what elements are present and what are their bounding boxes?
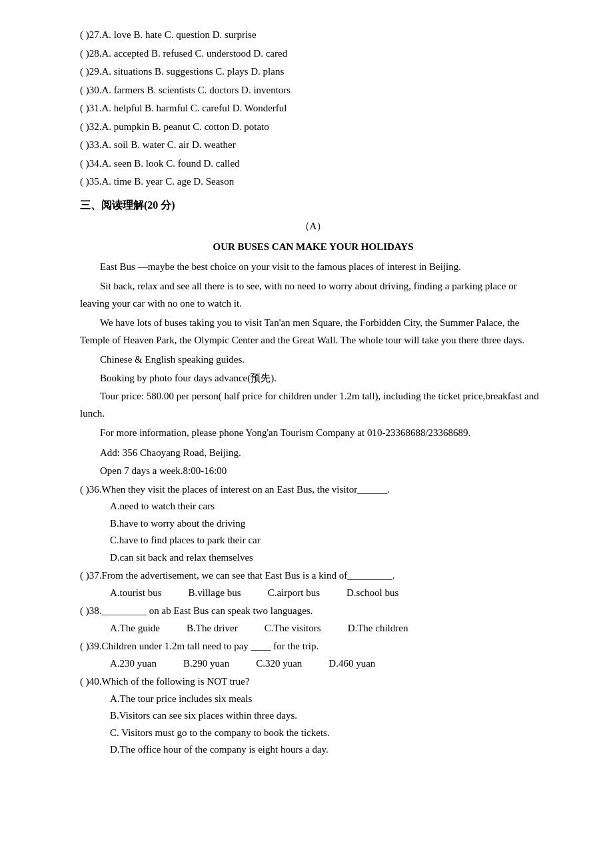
q37-option-b: B.village bus xyxy=(189,585,241,602)
q36-options: A.need to watch their cars B.have to wor… xyxy=(80,498,546,566)
q38-option-a: A.The guide xyxy=(110,620,160,637)
q37-option-c: C.airport bus xyxy=(268,585,320,602)
q40-options: A.The tour price includes six meals B.Vi… xyxy=(80,691,546,759)
passage-para-5: Booking by photo four days advance(预先). xyxy=(80,370,546,387)
q28-line: ( )28.A. accepted B. refused C. understo… xyxy=(80,45,546,63)
passage-para-7: For more information, please phone Yong'… xyxy=(80,425,546,442)
q39-option-c: C.320 yuan xyxy=(256,655,302,673)
q38-block: ( )38._________ on ab East Bus can speak… xyxy=(80,603,546,637)
q31-line: ( )31.A. helpful B. harmful C. careful D… xyxy=(80,100,546,117)
q32-line: ( )32.A. pumpkin B. peanut C. cotton D. … xyxy=(80,119,546,136)
q39-stem: ( )39.Children under 1.2m tall need to p… xyxy=(80,638,546,655)
q36-option-a: A.need to watch their cars xyxy=(110,498,546,515)
q39-option-a: A.230 yuan xyxy=(110,655,157,673)
passage-para-6: Tour price: 580.00 per person( half pric… xyxy=(80,388,546,422)
passage-a-subtitle: （A） xyxy=(80,218,546,235)
q39-options: A.230 yuan B.290 yuan C.320 yuan D.460 y… xyxy=(80,655,546,673)
q39-option-d: D.460 yuan xyxy=(328,655,375,673)
q29-line: ( )29.A. situations B. suggestions C. pl… xyxy=(80,63,546,81)
passage-para-8: Add: 356 Chaoyang Road, Beijing. xyxy=(80,445,546,462)
q27-line: ( )27.A. love B. hate C. question D. sur… xyxy=(80,27,546,44)
q37-option-d: D.school bus xyxy=(346,585,398,602)
q40-option-a: A.The tour price includes six meals xyxy=(110,691,546,708)
q37-option-a: A.tourist bus xyxy=(110,585,162,602)
q36-option-d: D.can sit back and relax themselves xyxy=(110,549,546,567)
section3-header: 三、阅读理解(20 分) xyxy=(80,196,546,214)
q40-stem: ( )40.Which of the following is NOT true… xyxy=(80,673,546,691)
q37-block: ( )37.From the advertisement, we can see… xyxy=(80,567,546,601)
q34-line: ( )34.A. seen B. look C. found D. called xyxy=(80,155,546,173)
q38-option-c: C.The visitors xyxy=(265,620,321,637)
q39-block: ( )39.Children under 1.2m tall need to p… xyxy=(80,638,546,672)
q36-option-b: B.have to worry about the driving xyxy=(110,515,546,533)
q40-option-b: B.Visitors can see six places within thr… xyxy=(110,707,546,725)
passage-para-1: East Bus —maybe the best choice on your … xyxy=(80,259,546,276)
q36-stem: ( )36.When they visit the places of inte… xyxy=(80,481,546,499)
q37-stem: ( )37.From the advertisement, we can see… xyxy=(80,567,546,585)
q38-option-d: D.The children xyxy=(348,620,408,637)
q40-option-c: C. Visitors must go to the company to bo… xyxy=(110,725,546,742)
q36-option-c: C.have to find places to park their car xyxy=(110,532,546,549)
q40-block: ( )40.Which of the following is NOT true… xyxy=(80,673,546,759)
q38-stem: ( )38._________ on ab East Bus can speak… xyxy=(80,603,546,620)
q38-option-b: B.The driver xyxy=(187,620,238,637)
q33-line: ( )33.A. soil B. water C. air D. weather xyxy=(80,137,546,154)
passage-a-title: OUR BUSES CAN MAKE YOUR HOLIDAYS xyxy=(80,239,546,256)
q40-option-d: D.The office hour of the company is eigh… xyxy=(110,741,546,759)
q30-line: ( )30.A. farmers B. scientists C. doctor… xyxy=(80,82,546,99)
q37-options: A.tourist bus B.village bus C.airport bu… xyxy=(80,585,546,602)
q35-line: ( )35.A. time B. year C. age D. Season xyxy=(80,173,546,191)
q36-block: ( )36.When they visit the places of inte… xyxy=(80,481,546,567)
passage-para-3: We have lots of buses taking you to visi… xyxy=(80,315,546,349)
passage-para-9: Open 7 days a week.8:00-16:00 xyxy=(80,463,546,480)
passage-para-2: Sit back, relax and see all there is to … xyxy=(80,278,546,312)
q38-options: A.The guide B.The driver C.The visitors … xyxy=(80,620,546,637)
passage-para-4: Chinese & English speaking guides. xyxy=(80,351,546,369)
q39-option-b: B.290 yuan xyxy=(183,655,229,673)
